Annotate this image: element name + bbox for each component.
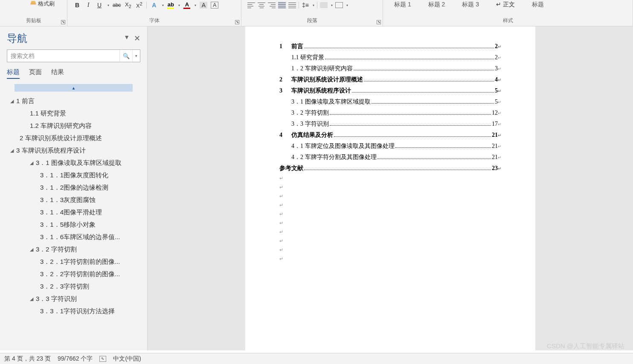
align-justify-button[interactable] [278, 2, 286, 9]
tree-collapse-icon[interactable]: ◢ [10, 98, 16, 104]
underline-button[interactable]: U [96, 2, 103, 9]
tree-item[interactable]: 3．1．2图像的边缘检测 [6, 182, 141, 194]
tree-item[interactable]: 1.1 研究背景 [6, 107, 141, 120]
tree-collapse-icon[interactable]: ◢ [10, 148, 16, 153]
ribbon-group-font: B I U▾ abc X2 X2 A▾ ab▾ A▾ A A 字体 ⬊ [67, 0, 241, 26]
toc-page-num: 21 [492, 132, 498, 139]
char-border-button[interactable]: A [211, 2, 218, 9]
bold-button[interactable]: B [73, 2, 81, 9]
borders-button[interactable] [335, 2, 343, 8]
toc-entry[interactable]: 4．2 车牌字符分割及其图像处理21↵ [279, 153, 501, 161]
tree-item[interactable]: 1.2 车牌识别研究内容 [6, 120, 141, 132]
align-distributed-button[interactable] [288, 2, 296, 9]
align-right-button[interactable] [268, 2, 276, 9]
toc-text: 参考文献 [279, 165, 303, 172]
tab-headings[interactable]: 标题 [7, 68, 20, 79]
word-count[interactable]: 99/7662 个字 [58, 355, 93, 363]
underline-dropdown[interactable]: ▾ [107, 3, 109, 7]
tree-item[interactable]: ◢3 车牌识别系统程序设计 [6, 144, 141, 157]
tree-item-label: 3．1．1图像灰度图转化 [40, 171, 108, 179]
highlight-button[interactable]: ab [167, 1, 174, 9]
text-effects-button[interactable]: A [150, 2, 158, 9]
proofing-icon[interactable]: ✎ [99, 356, 106, 362]
tree-collapse-icon[interactable]: ◢ [30, 247, 36, 252]
toc-entry[interactable]: 3车牌识别系统程序设计5↵ [279, 87, 501, 95]
tree-item[interactable]: 3．1．5移除小对象 [6, 219, 141, 231]
nav-tree: ◢1 前言1.1 研究背景1.2 车牌识别研究内容2 车牌识别系统设计原理概述◢… [3, 95, 145, 350]
font-color-button[interactable]: A [183, 1, 190, 9]
nav-pane-title: 导航 [7, 32, 27, 45]
tree-item-label: 3．1 图像读取及车牌区域提取 [36, 159, 122, 167]
shading-button[interactable] [320, 2, 328, 8]
search-options-dropdown[interactable]: ▾ [132, 50, 140, 62]
toc-page-num: 21 [492, 143, 498, 150]
format-painter-button[interactable]: 格式刷 [30, 0, 64, 8]
tree-item[interactable]: 3．2．3字符切割 [6, 280, 141, 293]
document-area[interactable]: 1前言2↵1.1 研究背景2↵1．2 车牌识别研究内容3↵2车牌识别系统设计原理… [148, 26, 633, 350]
strikethrough-button[interactable]: abc [113, 2, 121, 8]
toc-entry[interactable]: 2车牌识别系统设计原理概述4↵ [279, 76, 501, 84]
search-button[interactable]: 🔍 [119, 50, 132, 62]
toc-entry[interactable]: 1前言2↵ [279, 43, 501, 50]
tree-item-label: 3．2．3字符切割 [40, 283, 89, 291]
tree-item[interactable]: 3．2．2字符切割前的图像... [6, 268, 141, 280]
toc-entry[interactable]: 3．1 图像读取及车牌区域提取5↵ [279, 98, 501, 106]
tree-item-label: 3．2 字符切割 [36, 246, 77, 254]
tree-item[interactable]: 2 车牌识别系统设计原理概述 [6, 132, 141, 144]
tab-results[interactable]: 结果 [51, 68, 64, 79]
toc-entry[interactable]: 1．2 车牌识别研究内容3↵ [279, 65, 501, 72]
toc-entry[interactable]: 3．3 字符识别17↵ [279, 120, 501, 128]
format-painter-label: 格式刷 [38, 0, 55, 8]
tree-item[interactable]: ◢1 前言 [6, 95, 141, 107]
paragraph-dialog-launcher[interactable]: ⬊ [377, 20, 381, 24]
tree-item[interactable]: 3．3．1字符识别方法选择 [6, 305, 141, 318]
tree-item[interactable]: ◢3．3 字符识别 [6, 293, 141, 305]
toc-entry[interactable]: 参考文献23↵ [279, 165, 501, 172]
char-shading-button[interactable]: A [200, 2, 207, 9]
align-left-button[interactable] [247, 2, 255, 9]
italic-button[interactable]: I [84, 2, 92, 9]
toc-entry[interactable]: 1.1 研究背景2↵ [279, 54, 501, 61]
font-dialog-launcher[interactable]: ⬊ [235, 20, 239, 24]
nav-dropdown-icon[interactable]: ▼ [124, 34, 130, 43]
paragraph-group-label: 段落 [244, 17, 380, 25]
line-spacing-button[interactable]: ‡≡ [302, 2, 309, 9]
tree-item[interactable]: 3．1．1图像灰度图转化 [6, 169, 141, 182]
toc-text: 1．2 车牌识别研究内容 [291, 65, 353, 72]
align-center-button[interactable] [258, 2, 265, 9]
style-heading1[interactable]: 标题 1 [394, 1, 411, 9]
language-status[interactable]: 中文(中国) [113, 355, 141, 363]
toc-text: 车牌识别系统设计原理概述 [291, 76, 363, 84]
search-input[interactable] [7, 50, 119, 62]
tree-collapse-icon[interactable]: ◢ [30, 160, 36, 166]
toc-page-num: 2 [495, 43, 498, 50]
style-heading3[interactable]: 标题 3 [462, 1, 479, 9]
superscript-button[interactable]: X2 [135, 1, 143, 9]
document-page[interactable]: 1前言2↵1.1 研究背景2↵1．2 车牌识别研究内容3↵2车牌识别系统设计原理… [245, 26, 535, 350]
tree-item[interactable]: ◢3．1 图像读取及车牌区域提取 [6, 157, 141, 169]
toc-page-num: 23 [492, 165, 498, 172]
toc-page-num: 21 [492, 154, 498, 161]
toc-entry[interactable]: 4．1 车牌定位及图像读取及其图像处理21↵ [279, 142, 501, 150]
subscript-button[interactable]: X2 [124, 1, 132, 9]
tab-pages[interactable]: 页面 [29, 68, 42, 79]
tree-item[interactable]: 3．2．1字符切割前的图像... [6, 256, 141, 268]
jump-to-top-bar[interactable]: ▲ [15, 84, 133, 92]
tree-item[interactable]: 3．1．4图像平滑处理 [6, 206, 141, 219]
brush-icon [30, 1, 36, 7]
tree-item[interactable]: 3．1．6车牌区域的边界值... [6, 231, 141, 243]
toc-entry[interactable]: 4仿真结果及分析21↵ [279, 131, 501, 139]
tree-collapse-icon[interactable]: ◢ [30, 296, 36, 302]
tree-item[interactable]: ◢3．2 字符切割 [6, 243, 141, 256]
clipboard-dialog-launcher[interactable]: ⬊ [61, 20, 65, 24]
tree-item-label: 3．2．1字符切割前的图像... [40, 258, 120, 266]
toc-entry[interactable]: 3．2 字符切割12↵ [279, 109, 501, 117]
nav-close-icon[interactable]: ✕ [134, 34, 140, 43]
style-normal[interactable]: ↵ 正文 [496, 1, 515, 9]
style-heading2[interactable]: 标题 2 [428, 1, 445, 9]
style-title[interactable]: 标题 [532, 1, 544, 9]
style-gallery: 标题 1 标题 2 标题 3 ↵ 正文 标题 [386, 0, 630, 9]
tree-item[interactable]: 3．1．3灰度图腐蚀 [6, 194, 141, 206]
page-status[interactable]: 第 4 页，共 23 页 [4, 355, 51, 363]
tree-item-label: 1 前言 [16, 97, 35, 105]
